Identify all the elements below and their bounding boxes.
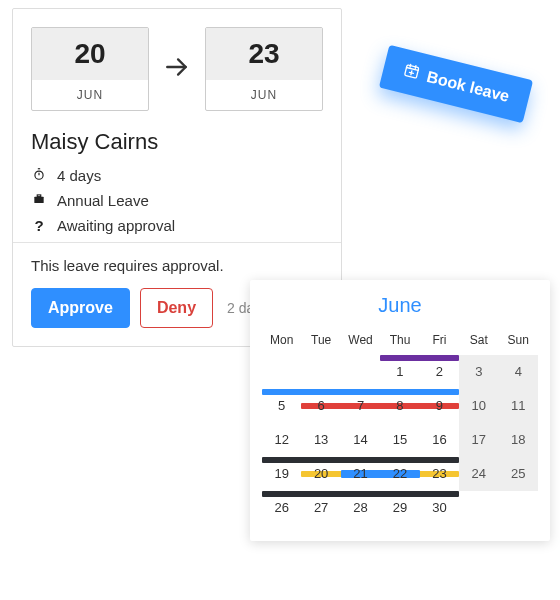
calendar-day-number: 13: [314, 432, 328, 447]
calendar-row: 12131415161718: [262, 423, 538, 457]
approve-button[interactable]: Approve: [31, 288, 130, 328]
calendar-day-number: 18: [511, 432, 525, 447]
calendar-day-number: 1: [396, 364, 403, 379]
calendar-cell[interactable]: 18: [499, 423, 538, 457]
calendar-cell[interactable]: 10: [459, 389, 498, 423]
svg-rect-5: [37, 195, 41, 197]
calendar-day-number: 7: [357, 398, 364, 413]
leave-type-row: Annual Leave: [31, 192, 323, 209]
calendar-day-number: 21: [353, 466, 367, 481]
calendar-day-number: 4: [515, 364, 522, 379]
calendar-day-header: Sun: [499, 329, 538, 355]
arrow-right-icon: [157, 54, 197, 84]
calendar-day-number: 25: [511, 466, 525, 481]
calendar-day-number: 5: [278, 398, 285, 413]
status-row: ? Awaiting approval: [31, 217, 323, 234]
calendar-row: 567891011: [262, 389, 538, 423]
calendar-month-title[interactable]: June: [262, 294, 538, 317]
calendar-day-number: 29: [393, 500, 407, 515]
calendar-day-number: 22: [393, 466, 407, 481]
suitcase-icon: [31, 192, 47, 209]
calendar-day-number: 19: [274, 466, 288, 481]
status-text: Awaiting approval: [57, 217, 175, 234]
calendar-cell[interactable]: 4: [499, 355, 538, 389]
calendar-cell[interactable]: 24: [459, 457, 498, 491]
calendar-day-number: 26: [274, 500, 288, 515]
start-month: JUN: [32, 80, 148, 110]
calendar-grid: MonTueWedThuFriSatSun1234567891011121314…: [262, 329, 538, 525]
leave-type-text: Annual Leave: [57, 192, 149, 209]
leave-bar[interactable]: [262, 491, 459, 497]
calendar-cell[interactable]: 11: [499, 389, 538, 423]
calendar-day-number: 9: [436, 398, 443, 413]
calendar-day-number: 14: [353, 432, 367, 447]
calendar-cell[interactable]: 14: [341, 423, 380, 457]
end-day: 23: [206, 28, 322, 80]
end-date-box: 23 JUN: [205, 27, 323, 111]
calendar-day-number: 23: [432, 466, 446, 481]
calendar-day-number: 30: [432, 500, 446, 515]
calendar-day-header: Mon: [262, 329, 301, 355]
duration-row: 4 days: [31, 167, 323, 184]
calendar-day-header: Thu: [380, 329, 419, 355]
calendar-day-number: 11: [511, 398, 525, 413]
calendar-cell[interactable]: 17: [459, 423, 498, 457]
calendar-cell: [262, 355, 301, 389]
calendar-day-number: 16: [432, 432, 446, 447]
calendar-day-header: Fri: [420, 329, 459, 355]
calendar-cell[interactable]: 3: [459, 355, 498, 389]
deny-button[interactable]: Deny: [140, 288, 213, 328]
calendar-cell: [459, 491, 498, 525]
calendar-day-number: 10: [472, 398, 486, 413]
start-day: 20: [32, 28, 148, 80]
book-leave-button[interactable]: Book leave: [378, 45, 533, 124]
calendar-cell[interactable]: 16: [420, 423, 459, 457]
calendar-day-number: 3: [475, 364, 482, 379]
end-month: JUN: [206, 80, 322, 110]
duration-text: 4 days: [57, 167, 101, 184]
approval-note: This leave requires approval.: [13, 257, 341, 274]
calendar-cell[interactable]: 12: [262, 423, 301, 457]
calendar-day-number: 2: [436, 364, 443, 379]
calendar-cell: [301, 355, 340, 389]
calendar-row: 19202122232425: [262, 457, 538, 491]
calendar-day-number: 17: [472, 432, 486, 447]
calendar-day-number: 24: [472, 466, 486, 481]
calendar-day-header: Sat: [459, 329, 498, 355]
svg-rect-2: [38, 168, 40, 169]
book-leave-label: Book leave: [424, 68, 510, 106]
calendar-day-number: 8: [396, 398, 403, 413]
calendar-day-number: 6: [318, 398, 325, 413]
requester-name: Maisy Cairns: [31, 129, 323, 155]
leave-bar[interactable]: [262, 457, 459, 463]
calendar-cell[interactable]: 13: [301, 423, 340, 457]
calendar-day-number: 12: [274, 432, 288, 447]
start-date-box: 20 JUN: [31, 27, 149, 111]
svg-line-11: [409, 72, 413, 73]
calendar-cell[interactable]: 25: [499, 457, 538, 491]
calendar-day-header: Tue: [301, 329, 340, 355]
calendar-day-number: 28: [353, 500, 367, 515]
calendar-cell[interactable]: 15: [380, 423, 419, 457]
calendar-day-number: 27: [314, 500, 328, 515]
calendar-cell: [341, 355, 380, 389]
date-range: 20 JUN 23 JUN: [31, 27, 323, 111]
leave-bar[interactable]: [262, 389, 459, 395]
calendar-day-number: 15: [393, 432, 407, 447]
leave-bar[interactable]: [380, 355, 459, 361]
calendar-plus-icon: [401, 61, 421, 84]
divider: [13, 242, 341, 243]
calendar-day-number: 20: [314, 466, 328, 481]
svg-rect-4: [34, 197, 43, 203]
question-icon: ?: [31, 217, 47, 234]
calendar-panel: June MonTueWedThuFriSatSun12345678910111…: [250, 280, 550, 541]
calendar-day-header: Wed: [341, 329, 380, 355]
calendar-row: 2627282930: [262, 491, 538, 525]
calendar-cell: [499, 491, 538, 525]
stopwatch-icon: [31, 167, 47, 184]
calendar-row: 1234: [262, 355, 538, 389]
